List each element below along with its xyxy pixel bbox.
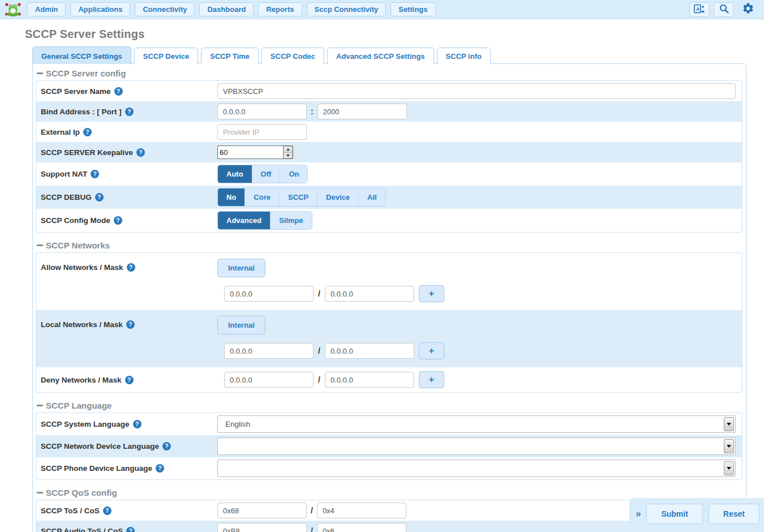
panel-language: SCCP System Language ? English SCCP Netw… — [36, 413, 742, 480]
section-header-language[interactable]: SCCP Language — [36, 397, 742, 413]
help-icon[interactable]: ? — [83, 128, 92, 136]
allow-mask-input[interactable] — [325, 286, 414, 302]
double-chevron-right-icon[interactable]: » — [636, 509, 641, 519]
dropdown-arrow-icon — [724, 461, 734, 475]
nav-item-sccp-connectivity[interactable]: Sccp Connectivity — [307, 2, 387, 16]
help-icon[interactable]: ? — [114, 216, 122, 225]
sccp-debug-group: No Core SCCP Device All — [217, 188, 386, 207]
section-header-networks[interactable]: SCCP Networks — [36, 237, 742, 252]
nav-item-connectivity[interactable]: Connectivity — [135, 2, 195, 16]
tab-sccp-time[interactable]: SCCP Time — [201, 48, 259, 64]
help-icon[interactable]: ? — [126, 527, 135, 532]
debug-no-button[interactable]: No — [218, 188, 244, 206]
row-support-nat: Support NAT ? Auto Off On — [36, 162, 742, 186]
allow-networks-label: Allow Networks / Mask — [41, 263, 123, 272]
row-phone-device-language: SCCP Phone Device Language ? — [36, 457, 742, 479]
section-title: SCCP Language — [46, 401, 111, 410]
audio-tos-input[interactable] — [217, 523, 307, 532]
keepalive-stepper — [217, 145, 293, 159]
section-title: SCCP Networks — [46, 241, 110, 250]
search-button[interactable] — [714, 2, 734, 17]
row-external-ip: External Ip ? — [36, 122, 742, 142]
local-network-input[interactable] — [224, 343, 314, 359]
phone-device-language-select[interactable] — [217, 460, 736, 477]
help-icon[interactable]: ? — [103, 507, 111, 515]
local-mask-input[interactable] — [325, 343, 414, 359]
svg-text:A: A — [696, 6, 700, 12]
help-icon[interactable]: ? — [127, 263, 135, 272]
bind-address-label: Bind Address : [ Port ] — [41, 108, 122, 116]
section-header-qos[interactable]: SCCP QoS config — [36, 484, 742, 500]
deny-add-button[interactable]: + — [419, 371, 444, 388]
collapse-minus-icon — [37, 405, 43, 406]
support-nat-off-button[interactable]: Off — [252, 165, 280, 183]
deny-network-input[interactable] — [224, 372, 314, 388]
sccp-tos-input[interactable] — [217, 503, 307, 518]
nav-item-settings[interactable]: Settings — [390, 2, 435, 16]
tab-sccp-codec[interactable]: SCCP Codec — [261, 48, 324, 64]
tab-advanced-sccp-settings[interactable]: Advanced SCCP Settings — [327, 48, 434, 64]
debug-device-button[interactable]: Device — [317, 188, 358, 206]
submit-button[interactable]: Submit — [646, 504, 702, 524]
system-language-select[interactable]: English — [217, 415, 736, 433]
tab-sccp-device[interactable]: SCCP Device — [134, 48, 198, 64]
local-internal-button[interactable]: Internal — [217, 316, 265, 334]
help-icon[interactable]: ? — [126, 320, 135, 329]
dropdown-arrow-icon — [724, 439, 734, 453]
server-name-label: SCCP Server Name — [41, 87, 111, 96]
help-icon[interactable]: ? — [125, 376, 134, 384]
language-button[interactable]: A — [689, 2, 710, 17]
config-mode-simple-button[interactable]: Silmpe — [270, 212, 312, 229]
nav-item-reports[interactable]: Reports — [258, 2, 302, 16]
debug-all-button[interactable]: All — [358, 188, 385, 206]
sccp-tos-label: SCCP ToS / CoS — [41, 507, 100, 515]
help-icon[interactable]: ? — [162, 442, 171, 451]
nav-item-admin[interactable]: Admin — [27, 2, 66, 16]
allow-internal-button[interactable]: Internal — [217, 259, 265, 277]
help-icon[interactable]: ? — [91, 170, 99, 178]
tab-general-sccp-settings[interactable]: General SCCP Settings — [32, 46, 131, 64]
tab-sccp-info[interactable]: SCCP info — [437, 48, 491, 64]
allow-network-input[interactable] — [224, 286, 314, 302]
row-network-device-language: SCCP Network Device Language ? — [36, 435, 742, 457]
row-bind-address: Bind Address : [ Port ] ? : — [36, 101, 742, 122]
bind-port-input[interactable] — [317, 104, 407, 119]
stepper-up-button[interactable] — [284, 146, 293, 152]
sccp-debug-label: SCCP DEBUG — [41, 193, 92, 201]
local-add-button[interactable]: + — [419, 342, 444, 359]
bind-address-input[interactable] — [217, 104, 307, 119]
debug-sccp-button[interactable]: SCCP — [279, 188, 317, 206]
help-icon[interactable]: ? — [125, 108, 134, 116]
collapse-minus-icon — [37, 72, 43, 74]
reset-button[interactable]: Reset — [709, 504, 759, 524]
section-header-server-config[interactable]: SCCP Server config — [36, 65, 742, 80]
nav-item-applications[interactable]: Applications — [70, 2, 130, 16]
help-icon[interactable]: ? — [156, 464, 164, 473]
tab-content: SCCP Server config SCCP Server Name ? Bi… — [32, 63, 746, 532]
help-icon[interactable]: ? — [133, 420, 141, 428]
keepalive-input[interactable] — [218, 146, 283, 158]
sccp-cos-input[interactable] — [317, 503, 406, 518]
selected-value: English — [218, 420, 724, 428]
audio-cos-input[interactable] — [317, 523, 406, 532]
system-language-label: SCCP System Language — [41, 420, 130, 428]
config-mode-advanced-button[interactable]: Advanced — [218, 212, 270, 229]
deny-mask-input[interactable] — [325, 372, 414, 388]
help-icon[interactable]: ? — [95, 193, 104, 201]
frog-logo[interactable] — [3, 2, 23, 18]
dropdown-arrow-icon — [724, 417, 734, 431]
network-device-language-select[interactable] — [217, 437, 736, 455]
support-nat-auto-button[interactable]: Auto — [218, 165, 252, 183]
allow-add-button[interactable]: + — [419, 285, 444, 302]
support-nat-group: Auto Off On — [217, 165, 308, 183]
debug-core-button[interactable]: Core — [244, 188, 279, 206]
stepper-down-button[interactable] — [284, 152, 293, 158]
settings-gear-button[interactable] — [738, 2, 758, 17]
nav-item-dashboard[interactable]: Dashboard — [199, 2, 254, 16]
server-name-input[interactable] — [217, 83, 736, 99]
help-icon[interactable]: ? — [114, 87, 123, 96]
support-nat-on-button[interactable]: On — [280, 165, 307, 183]
help-icon[interactable]: ? — [136, 148, 145, 157]
action-bar: » Submit Reset — [629, 498, 764, 532]
external-ip-input[interactable] — [217, 124, 307, 140]
